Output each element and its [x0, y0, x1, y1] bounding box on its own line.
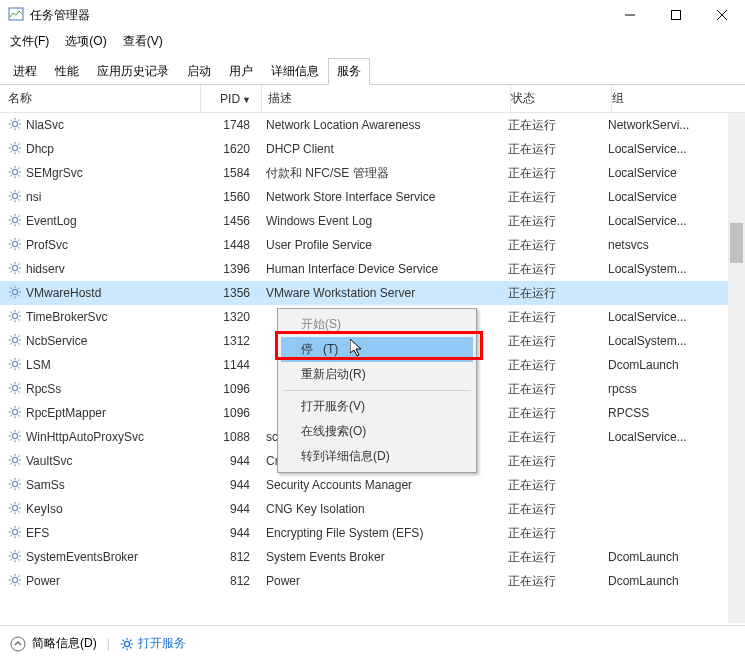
- service-group: LocalService...: [608, 214, 718, 228]
- table-row[interactable]: Power812Power正在运行DcomLaunch: [0, 569, 745, 593]
- scrollbar[interactable]: [728, 113, 745, 623]
- table-row[interactable]: VMwareHostd1356VMware Workstation Server…: [0, 281, 745, 305]
- svg-line-29: [18, 175, 19, 176]
- service-status: 正在运行: [508, 213, 608, 230]
- service-group: netsvcs: [608, 238, 718, 252]
- svg-line-146: [18, 487, 19, 488]
- open-services-link[interactable]: 打开服务: [120, 635, 186, 652]
- service-pid: 1356: [200, 286, 260, 300]
- service-group: DcomLaunch: [608, 574, 718, 588]
- service-status: 正在运行: [508, 309, 608, 326]
- svg-line-128: [18, 439, 19, 440]
- svg-line-173: [18, 559, 19, 560]
- svg-line-30: [11, 175, 12, 176]
- svg-point-41: [12, 217, 17, 222]
- service-pid: 1312: [200, 334, 260, 348]
- table-row[interactable]: EventLog1456Windows Event Log正在运行LocalSe…: [0, 209, 745, 233]
- svg-line-28: [11, 167, 12, 168]
- table-row[interactable]: SamSs944Security Accounts Manager正在运行: [0, 473, 745, 497]
- tab-2[interactable]: 应用历史记录: [88, 58, 178, 85]
- table-row[interactable]: KeyIso944CNG Key Isolation正在运行: [0, 497, 745, 521]
- menu-options[interactable]: 选项(O): [61, 31, 110, 52]
- gear-icon: [8, 501, 22, 518]
- fewer-details-button[interactable]: 简略信息(D): [10, 635, 97, 652]
- svg-line-118: [11, 407, 12, 408]
- svg-line-47: [18, 223, 19, 224]
- svg-line-181: [11, 575, 12, 576]
- menu-view[interactable]: 查看(V): [119, 31, 167, 52]
- col-header-pid[interactable]: PID▼: [201, 92, 261, 106]
- svg-line-64: [11, 263, 12, 264]
- svg-line-49: [18, 215, 19, 216]
- svg-line-13: [18, 119, 19, 120]
- tab-5[interactable]: 详细信息: [262, 58, 328, 85]
- service-group: DcomLaunch: [608, 550, 718, 564]
- table-row[interactable]: Dhcp1620DHCP Client正在运行LocalService...: [0, 137, 745, 161]
- col-header-name[interactable]: 名称: [0, 90, 200, 107]
- tab-3[interactable]: 启动: [178, 58, 220, 85]
- col-header-group[interactable]: 组: [612, 90, 722, 107]
- tab-4[interactable]: 用户: [220, 58, 262, 85]
- svg-line-100: [11, 359, 12, 360]
- service-group: LocalSystem...: [608, 334, 718, 348]
- gear-icon: [8, 357, 22, 374]
- table-row[interactable]: SystemEventsBroker812System Events Broke…: [0, 545, 745, 569]
- table-row[interactable]: ProfSvc1448User Profile Service正在运行netsv…: [0, 233, 745, 257]
- gear-icon: [8, 405, 22, 422]
- table-row[interactable]: hidserv1396Human Interface Device Servic…: [0, 257, 745, 281]
- menu-file[interactable]: 文件(F): [6, 31, 53, 52]
- svg-line-103: [18, 359, 19, 360]
- service-pid: 812: [200, 550, 260, 564]
- service-status: 正在运行: [508, 189, 608, 206]
- tab-0[interactable]: 进程: [4, 58, 46, 85]
- ctx-restart[interactable]: 重新启动(R): [281, 362, 473, 387]
- table-row[interactable]: NlaSvc1748Network Location Awareness正在运行…: [0, 113, 745, 137]
- service-name: NlaSvc: [26, 118, 64, 132]
- svg-line-175: [18, 551, 19, 552]
- scrollbar-thumb[interactable]: [730, 223, 743, 263]
- service-pid: 1448: [200, 238, 260, 252]
- service-name: nsi: [26, 190, 41, 204]
- svg-line-193: [122, 647, 123, 648]
- svg-line-194: [130, 639, 131, 640]
- ctx-go-details[interactable]: 转到详细信息(D): [281, 444, 473, 469]
- svg-line-156: [11, 511, 12, 512]
- ctx-stop[interactable]: 停 (T): [281, 337, 473, 362]
- tab-6[interactable]: 服务: [328, 58, 370, 85]
- service-status: 正在运行: [508, 573, 608, 590]
- minimize-button[interactable]: [607, 0, 653, 30]
- maximize-button[interactable]: [653, 0, 699, 30]
- gear-icon: [8, 117, 22, 134]
- svg-point-77: [12, 313, 17, 318]
- col-header-desc[interactable]: 描述: [262, 90, 510, 107]
- table-row[interactable]: nsi1560Network Store Interface Service正在…: [0, 185, 745, 209]
- col-header-status[interactable]: 状态: [511, 90, 611, 107]
- svg-line-82: [11, 311, 12, 312]
- service-desc: Security Accounts Manager: [260, 478, 508, 492]
- svg-line-65: [18, 271, 19, 272]
- svg-line-56: [18, 247, 19, 248]
- service-name: NcbService: [26, 334, 87, 348]
- svg-point-50: [12, 241, 17, 246]
- service-name: SEMgrSvc: [26, 166, 83, 180]
- table-header: 名称 PID▼ 描述 状态 组: [0, 85, 745, 113]
- svg-line-57: [11, 247, 12, 248]
- tab-bar: 进程性能应用历史记录启动用户详细信息服务: [0, 58, 745, 85]
- service-name: RpcEptMapper: [26, 406, 106, 420]
- service-pid: 1456: [200, 214, 260, 228]
- table-row[interactable]: EFS944Encrypting File System (EFS)正在运行: [0, 521, 745, 545]
- svg-line-139: [18, 455, 19, 456]
- close-button[interactable]: [699, 0, 745, 30]
- tab-1[interactable]: 性能: [46, 58, 88, 85]
- ctx-open-services[interactable]: 打开服务(V): [281, 394, 473, 419]
- service-desc: Power: [260, 574, 508, 588]
- service-name: LSM: [26, 358, 51, 372]
- table-row[interactable]: SEMgrSvc1584付款和 NFC/SE 管理器正在运行LocalServi…: [0, 161, 745, 185]
- service-desc: DHCP Client: [260, 142, 508, 156]
- ctx-search-online[interactable]: 在线搜索(O): [281, 419, 473, 444]
- window-title: 任务管理器: [30, 7, 607, 24]
- svg-line-92: [18, 343, 19, 344]
- service-status: 正在运行: [508, 165, 608, 182]
- svg-line-148: [18, 479, 19, 480]
- gear-icon: [8, 525, 22, 542]
